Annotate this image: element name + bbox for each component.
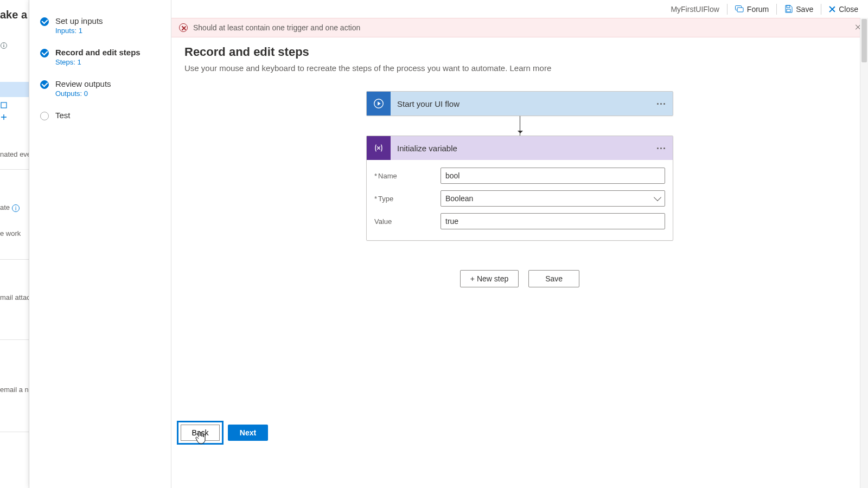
svg-rect-5 [737, 8, 743, 12]
wizard-step-title: Set up inputs [55, 16, 103, 25]
type-select[interactable]: Boolean [441, 190, 665, 207]
flow-canvas: Start your UI flow Initialize variable *… [184, 73, 855, 287]
back-button-focus-ring: Back [177, 421, 224, 445]
empty-circle-icon [40, 112, 49, 120]
canvas-actions: + New step Save [460, 270, 579, 287]
bg-title: ake a fl [0, 9, 29, 21]
page-description: Use your mouse and keyboard to recreate … [184, 63, 855, 73]
save-label: Save [796, 5, 813, 14]
field-row-value: Value [374, 210, 665, 233]
close-icon [829, 6, 835, 12]
footer-nav: Back Next [177, 421, 268, 445]
wizard-step-title: Test [55, 111, 71, 120]
field-row-type: *Type Boolean [374, 187, 665, 210]
name-label: *Name [374, 172, 441, 180]
start-flow-card[interactable]: Start your UI flow [366, 91, 673, 116]
svg-rect-7 [787, 9, 790, 12]
error-banner: Should at least contain one trigger and … [171, 18, 868, 37]
wizard-step-test[interactable]: Test [40, 107, 171, 130]
check-icon [40, 49, 49, 57]
initialize-variable-card[interactable]: Initialize variable *Name *Type Boolean [366, 136, 673, 241]
wizard-step-title: Record and edit steps [55, 48, 141, 57]
bg-item: e work [0, 222, 29, 237]
new-step-button[interactable]: + New step [460, 270, 519, 287]
bg-item: atei [0, 196, 29, 212]
value-input[interactable] [441, 213, 665, 229]
wizard-step-sub: Inputs: 1 [55, 27, 103, 35]
forum-icon [735, 5, 744, 13]
page-title: Record and edit steps [184, 45, 855, 59]
learn-more-link[interactable]: Learn more [510, 63, 552, 73]
error-icon [179, 23, 188, 32]
wizard-step-sub: Steps: 1 [55, 58, 141, 66]
background-sidebar: ake a fl nated even atei e work mail att… [0, 0, 29, 488]
bg-selected-row [0, 82, 29, 97]
field-row-name: *Name [374, 164, 665, 187]
error-message: Should at least contain one trigger and … [193, 23, 360, 32]
type-label: *Type [374, 195, 441, 203]
type-value: Boolean [445, 194, 473, 203]
save-button[interactable]: Save [779, 2, 819, 17]
bg-item: nated even [0, 143, 29, 158]
wizard-step-sub: Outputs: 0 [55, 89, 111, 98]
plus-icon [0, 113, 8, 121]
chevron-down-icon [654, 194, 661, 201]
play-icon [367, 92, 391, 115]
bg-item: mail attac [0, 286, 29, 301]
card-header[interactable]: Initialize variable [367, 136, 673, 160]
card-body: *Name *Type Boolean Value [367, 160, 673, 240]
wizard-step-review-outputs[interactable]: Review outputs Outputs: 0 [40, 76, 171, 107]
connector-arrow [520, 116, 520, 136]
close-label: Close [839, 5, 858, 14]
card-menu-button[interactable] [654, 98, 667, 109]
close-button[interactable]: Close [824, 2, 864, 17]
check-icon [40, 80, 49, 89]
content-scroll: Record and edit steps Use your mouse and… [171, 37, 868, 488]
value-label: Value [374, 217, 441, 226]
name-input[interactable] [441, 168, 665, 184]
info-icon [0, 42, 8, 49]
check-icon [40, 17, 49, 26]
svg-rect-2 [3, 44, 4, 44]
wizard-step-set-up-inputs[interactable]: Set up inputs Inputs: 1 [40, 13, 171, 44]
vertical-scrollbar[interactable] [860, 18, 868, 488]
back-button[interactable]: Back [181, 425, 220, 441]
flow-name[interactable]: MyFirstUIFlow [665, 2, 724, 17]
wizard-step-title: Review outputs [55, 79, 111, 88]
card-title: Start your UI flow [391, 99, 459, 108]
scrollbar-thumb[interactable] [861, 19, 867, 62]
bg-item: email a n [0, 378, 29, 394]
top-command-bar: MyFirstUIFlow Forum Save Close [171, 0, 868, 18]
save-step-button[interactable]: Save [528, 270, 579, 287]
svg-rect-1 [3, 45, 4, 47]
stop-icon [0, 101, 8, 109]
main-area: MyFirstUIFlow Forum Save Close Should at… [171, 0, 868, 488]
wizard-step-record-edit[interactable]: Record and edit steps Steps: 1 [40, 44, 171, 76]
forum-button[interactable]: Forum [730, 2, 774, 17]
card-header[interactable]: Start your UI flow [367, 92, 673, 115]
next-button[interactable]: Next [228, 425, 268, 441]
wizard-panel: Set up inputs Inputs: 1 Record and edit … [29, 0, 171, 488]
card-menu-button[interactable] [654, 143, 667, 153]
forum-label: Forum [747, 5, 769, 14]
variable-icon [367, 136, 391, 160]
svg-rect-6 [787, 5, 790, 8]
svg-rect-3 [1, 102, 7, 108]
save-icon [784, 5, 793, 13]
card-title: Initialize variable [391, 144, 457, 153]
